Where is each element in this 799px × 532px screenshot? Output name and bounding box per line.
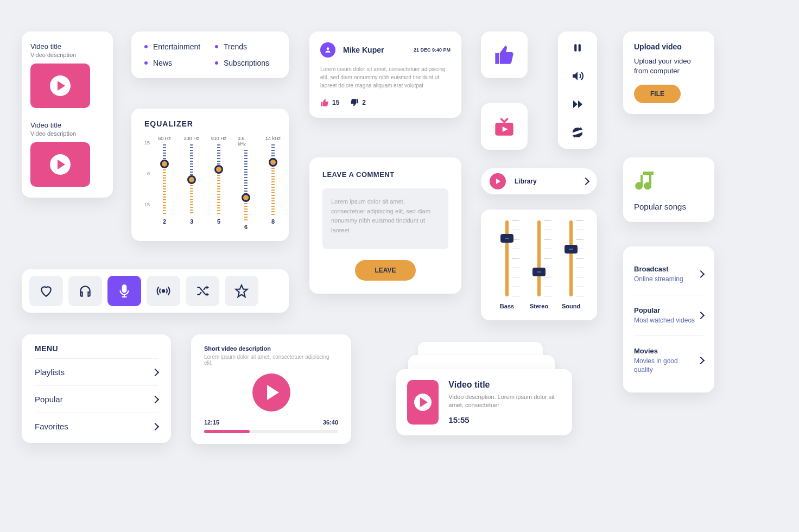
chevron-right-icon xyxy=(697,312,705,319)
microphone-button[interactable] xyxy=(107,276,141,306)
menu-item-playlists[interactable]: Playlists xyxy=(35,358,158,385)
upload-desc: Upload your video from computer xyxy=(634,56,703,76)
eq-band[interactable]: 14 kHz8 xyxy=(265,136,281,230)
comment-body: Lorem ipsum dolor sit amet, consectetuer… xyxy=(320,65,451,90)
slider-bass[interactable]: Bass xyxy=(492,220,522,309)
leave-comment-panel: LEAVE A COMMENT Lorem ipsum dolor sit am… xyxy=(309,157,461,294)
svg-point-5 xyxy=(162,290,164,292)
like-card[interactable] xyxy=(481,31,528,78)
nav-item-popular[interactable]: PopularMost watched videos xyxy=(634,295,703,337)
play-icon xyxy=(490,173,506,189)
upload-file-button[interactable]: FILE xyxy=(634,85,681,103)
nav-list: BroadcastOnline streaming PopularMost wa… xyxy=(623,246,714,392)
categories-panel: Entertainment Trends News Subscriptions xyxy=(131,31,289,78)
video-desc: Video description. Lorem ipsum dolor sit… xyxy=(448,393,561,410)
play-thumbnail[interactable] xyxy=(30,142,90,187)
chevron-right-icon xyxy=(697,270,705,278)
comment-input[interactable]: Lorem ipsum dolor sit amet, consectetuer… xyxy=(322,188,448,249)
menu-item-favorites[interactable]: Favorites xyxy=(35,413,158,440)
nav-item-movies[interactable]: MoviesMovies in good quality xyxy=(634,336,703,385)
upload-title: Upload video xyxy=(634,42,703,51)
heart-button[interactable] xyxy=(29,276,63,306)
comment-card: Mike Kuper 21 DEC 9:40 PM Lorem ipsum do… xyxy=(309,31,461,118)
dislike-button[interactable]: 2 xyxy=(350,98,366,107)
video-title: Video title xyxy=(30,42,104,50)
time-total: 36:40 xyxy=(323,419,338,426)
svg-rect-2 xyxy=(579,44,581,51)
video-cards-panel: Video title Video description Video titl… xyxy=(22,31,113,198)
popular-songs-title: Popular songs xyxy=(634,202,703,211)
library-button[interactable]: Library xyxy=(481,168,597,194)
video-desc: Video description xyxy=(30,130,104,137)
eq-band[interactable]: 230 Hz3 xyxy=(183,136,200,230)
pause-button[interactable] xyxy=(569,39,586,56)
category-item[interactable]: News xyxy=(144,59,205,67)
icon-toolbar xyxy=(22,269,289,313)
video-desc: Video description xyxy=(30,52,104,58)
like-button[interactable]: 15 xyxy=(320,98,339,107)
repeat-button[interactable] xyxy=(569,124,586,141)
slider-stereo[interactable]: Stereo xyxy=(524,220,554,309)
avatar-icon xyxy=(320,42,335,58)
shuffle-button[interactable] xyxy=(186,276,219,306)
category-item[interactable]: Trends xyxy=(215,42,276,51)
equalizer-scale: 15015 xyxy=(144,136,150,212)
mini-player-desc: Lorem ipsum dolor sit amet, consectetuer… xyxy=(204,354,338,366)
mini-player: Short video description Lorem ipsum dolo… xyxy=(191,334,351,444)
volume-button[interactable] xyxy=(569,67,586,85)
eq-band[interactable]: 60 Hz2 xyxy=(156,136,173,230)
play-thumbnail[interactable] xyxy=(30,64,90,108)
fast-forward-button[interactable] xyxy=(569,96,586,113)
svg-rect-1 xyxy=(574,44,576,51)
svg-rect-4 xyxy=(123,285,126,292)
star-button[interactable] xyxy=(225,276,258,306)
leave-button[interactable]: LEAVE xyxy=(355,260,415,281)
music-note-icon xyxy=(634,168,660,194)
equalizer-panel: EQUALIZER 15015 60 Hz2230 Hz3910 Hz53.6 … xyxy=(131,109,289,241)
slider-sound[interactable]: Sound xyxy=(556,220,586,309)
chevron-right-icon xyxy=(151,368,159,376)
menu-title: MENU xyxy=(35,344,158,353)
eq-band[interactable]: 3.6 kHz6 xyxy=(238,136,254,230)
svg-rect-3 xyxy=(643,172,654,175)
audio-sliders-panel: BassStereoSound xyxy=(481,210,597,320)
svg-point-0 xyxy=(327,47,329,50)
eq-band[interactable]: 910 Hz5 xyxy=(211,136,227,230)
leave-comment-title: LEAVE A COMMENT xyxy=(322,170,448,179)
nav-item-broadcast[interactable]: BroadcastOnline streaming xyxy=(634,254,703,295)
upload-panel: Upload video Upload your video from comp… xyxy=(623,31,714,114)
play-thumbnail[interactable] xyxy=(407,380,439,425)
chevron-right-icon xyxy=(582,178,589,185)
chevron-right-icon xyxy=(697,357,705,364)
video-title: Video title xyxy=(448,380,561,390)
mini-player-title: Short video description xyxy=(204,345,338,352)
progress-bar[interactable] xyxy=(204,430,338,433)
tv-card[interactable] xyxy=(481,103,528,150)
equalizer-title: EQUALIZER xyxy=(144,119,276,128)
menu-item-popular[interactable]: Popular xyxy=(35,385,158,413)
broadcast-button[interactable] xyxy=(147,276,180,306)
play-button[interactable] xyxy=(252,373,290,411)
video-item-card[interactable]: Video title Video description. Lorem ips… xyxy=(396,369,572,435)
player-controls xyxy=(558,31,597,149)
category-item[interactable]: Entertainment xyxy=(144,42,205,51)
video-card[interactable]: Video title Video description xyxy=(30,121,104,187)
video-title: Video title xyxy=(30,121,104,129)
menu-panel: MENU Playlists Popular Favorites xyxy=(22,334,171,443)
comment-author: Mike Kuper xyxy=(343,46,406,54)
chevron-right-icon xyxy=(151,422,159,430)
chevron-right-icon xyxy=(151,395,159,403)
video-duration: 15:55 xyxy=(448,415,561,425)
time-current: 12:15 xyxy=(204,419,219,426)
category-item[interactable]: Subscriptions xyxy=(215,59,276,67)
popular-songs-card[interactable]: Popular songs xyxy=(623,157,714,222)
comment-date: 21 DEC 9:40 PM xyxy=(414,47,451,53)
library-label: Library xyxy=(515,178,574,185)
headphones-button[interactable] xyxy=(68,276,102,306)
video-card[interactable]: Video title Video description xyxy=(30,42,104,108)
